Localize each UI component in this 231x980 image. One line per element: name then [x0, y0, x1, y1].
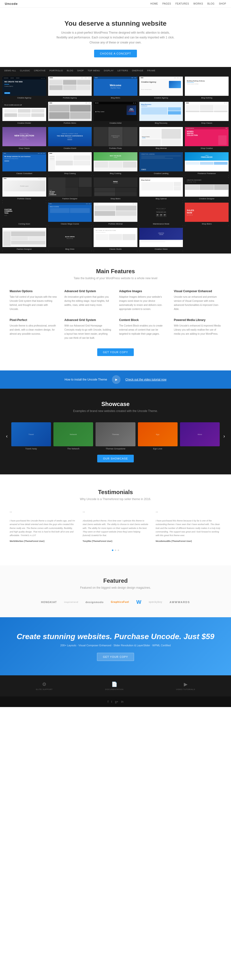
demo-nav-portfolio[interactable]: PORTFOLIO [47, 67, 65, 74]
features-cta-button[interactable]: GET YOUR COPY [97, 348, 134, 356]
demo-label: Blog Recovery [139, 121, 183, 125]
demo-coming-soon[interactable]: CUSTOMCOMBINATION Soul Coming Soon [2, 203, 46, 226]
demo-sales-now[interactable]: SALESNOW Up to 50% off Shop Bistro [185, 203, 229, 226]
featured-logo-w: W [136, 599, 142, 605]
demo-nav-frame[interactable]: FRAME [145, 67, 157, 74]
demo-creative-landing[interactable]: CREATIVE LANDING ▶ Creative Landing [139, 152, 183, 175]
demo-label: Coming Soon [2, 222, 46, 226]
demo-portfolio-classic[interactable]: Simple & Lovely Portfolio Layout Portfol… [2, 177, 46, 201]
demo-blog-orion[interactable]: Blog Orion Minimal Design Blog Orion [48, 228, 92, 251]
facebook-icon[interactable]: f [107, 700, 108, 703]
demo-nav-classic[interactable]: CLASSIC [18, 67, 32, 74]
showcase-item-4[interactable]: Ego Ego Love [138, 422, 178, 450]
demo-conference[interactable]: ANNUAL EVENT 2016 THE WEB DESIGN CONFERE… [48, 127, 92, 150]
demo-blog-minimal[interactable]: Design & Culture Blog Minimal [139, 127, 183, 150]
nav-works[interactable]: Works [194, 2, 203, 5]
demo-nav-creative[interactable]: CREATIVE [32, 67, 47, 74]
demo-shop-classic[interactable]: Shop Classic [185, 102, 229, 125]
demo-creative-vision[interactable]: CreativeVision Creative Vision [139, 228, 183, 251]
demo-nav-blog[interactable]: BLOG [65, 67, 75, 74]
bottom-nav-video[interactable]: ▶ Video Tutorials [176, 681, 195, 690]
testimonial-author: Tonylike (ThemeForest User) [83, 540, 148, 542]
demo-creative-agency-2[interactable]: Creative Agency We are a design agency C… [139, 76, 183, 100]
demo-maintenance[interactable]: MAINTENANCE Coming back soon 00 HRS 00 M… [139, 203, 183, 226]
demo-nav-topmenu[interactable]: TOP MENU [86, 67, 102, 74]
showcase-item-3[interactable]: Thomas Thomas Groupstone [96, 422, 135, 450]
demo-fashion-designer-2[interactable]: Fashion Designer [2, 228, 46, 251]
cta-button[interactable]: GET YOUR COPY [97, 653, 134, 661]
demo-classic-studio[interactable]: WE THINK OF ARCHITECTURE as a tool for e… [94, 228, 137, 251]
feature-title: Advanced Grid System [64, 318, 112, 322]
hero-title: You deserve a stunning website [5, 20, 226, 27]
video-bar-link[interactable]: Check out the video tutorial now [125, 378, 167, 381]
demo-classic-consultant[interactable]: We design websites for your business Pro… [2, 152, 46, 175]
demo-blog-cooking[interactable]: WHY YOU BLOGCooking Blog Cooking [94, 152, 137, 175]
video-label: Video Tutorials [176, 688, 195, 690]
feature-visual-composer: Visual Composer Enhanced Uncode runs an … [174, 290, 221, 311]
features-subtitle: Take the building of your WordPress webs… [10, 277, 221, 280]
feature-text: The Content Block enables you to create … [119, 324, 167, 336]
demo-mega-course[interactable]: Mega Course Classic Mega Course [48, 203, 92, 226]
choose-concept-button[interactable]: CHOOSE A CONCEPT [94, 50, 137, 57]
nav-shop[interactable]: Shop [219, 2, 226, 5]
nav-pages[interactable]: Pages [162, 2, 171, 5]
showcase-next-arrow[interactable]: › [222, 433, 226, 439]
dot-3[interactable] [118, 550, 119, 551]
feature-title: Massive Options [10, 290, 57, 293]
testimonial-author: NicodemusBlu (ThemeForest User) [156, 540, 221, 542]
demo-nav-letters[interactable]: LETTERS [116, 67, 130, 74]
testimonial-text: Absolutely perfect theme. First time eve… [83, 519, 148, 537]
showcase-label: Thomas Groupstone [96, 447, 135, 450]
demo-creative-event[interactable]: EXCLUSIVE New Collection Spring 2016 Sho… [2, 127, 46, 150]
nav-home[interactable]: Home [151, 2, 158, 5]
showcase-item-5[interactable]: More [180, 422, 220, 450]
demo-blog-optimal[interactable]: Blog Optimal Blog Optimal [139, 177, 183, 201]
linkedin-icon[interactable]: in [121, 700, 124, 703]
demo-portfolio-metro[interactable]: Portfolio Metro [48, 102, 92, 125]
dot-1[interactable] [112, 550, 113, 551]
demo-freelance[interactable]: I AM A FREELANCER Freelance Freelancer [185, 152, 229, 175]
quote-mark: " [83, 511, 148, 517]
support-label: Elite Support [36, 688, 53, 690]
showcase-prev-arrow[interactable]: ‹ [5, 433, 9, 439]
demo-portfolio-agency[interactable]: Portfolio Agency [48, 76, 92, 100]
demo-label: Portfolio Classic [2, 197, 46, 201]
showcase-item-1[interactable]: Travel Travel Away [11, 422, 51, 450]
demo-creative-artist[interactable]: MUSIC NEW ALBUM CUT NOW ▶ Play Latest Cr… [94, 102, 137, 125]
demo-label: Blog Orion [48, 247, 92, 251]
video-icon: ▶ [176, 681, 195, 687]
google-plus-icon[interactable]: g+ [115, 700, 119, 703]
demo-blog-recovery[interactable]: Blog Recovery Blog Recovery [139, 102, 183, 125]
demo-label: Shop Catalog [48, 172, 92, 175]
twitter-icon[interactable]: t [111, 700, 112, 703]
demo-shop-creative[interactable]: WOMEN WINTER WOMENWINTERCOLLECTION Shop … [185, 127, 229, 150]
demo-portfolio-photo[interactable]: PORTFOLIOPHOTO Portfolio Photo [94, 127, 137, 150]
testimonial-1: " I have purchased the Uncode theme a co… [10, 511, 75, 542]
demo-shop-bistro[interactable]: Hello! Latest Work Shop Bistro [94, 177, 137, 201]
docs-icon: 📄 [105, 681, 124, 687]
nav-features[interactable]: Features [175, 2, 189, 5]
dot-2[interactable] [115, 550, 116, 551]
bottom-nav-support[interactable]: ⚙ Elite Support [36, 681, 53, 690]
nav-blog[interactable]: Blog [207, 2, 215, 5]
demo-fashion-designer[interactable]: 2016 THE NEWSS 2016LOOKBOOK Fashion Desi… [48, 177, 92, 201]
showcase-item-2[interactable]: Network The Network [53, 422, 93, 450]
play-button[interactable] [112, 375, 120, 384]
bottom-nav-docs[interactable]: 📄 Documentation [105, 681, 124, 690]
showcase-button[interactable]: OUR SHOWCASE [97, 455, 134, 462]
feature-grid-system: Advanced Grid System An innovative grid … [64, 290, 112, 311]
demo-creative-agency[interactable]: WE CREATE THE WEB Creative Agency EXPLOR… [2, 76, 46, 100]
demo-nav-onepage[interactable]: ONEPAGE [130, 67, 145, 74]
demo-shop-catalog[interactable]: Shop Catalog [48, 152, 92, 175]
demo-nav-all[interactable]: DEMO ALL [2, 67, 18, 74]
demo-creative-divider[interactable]: We are incredible awesome stuff Creative… [2, 102, 46, 125]
demo-nav-display[interactable]: DISPLAY [102, 67, 116, 74]
testimonial-author: WerbiWerbex (ThemeForest User) [10, 540, 75, 542]
demo-blog-metro[interactable]: Welcome Blog Metro Theme Blog Metro [94, 76, 137, 100]
docs-label: Documentation [105, 688, 124, 690]
demo-creative-designer[interactable]: CREATIVE DESIGNER Photography · Design C… [185, 177, 229, 201]
demo-nav-shop[interactable]: SHOP [75, 67, 86, 74]
demo-portfolio-minimal[interactable]: Portfolio Portfolio Minimal [94, 203, 137, 226]
demo-blog-nothing[interactable]: Building Nothing Ordinary Creative busin… [185, 76, 229, 100]
demo-label: Blog Nothing [185, 96, 229, 100]
